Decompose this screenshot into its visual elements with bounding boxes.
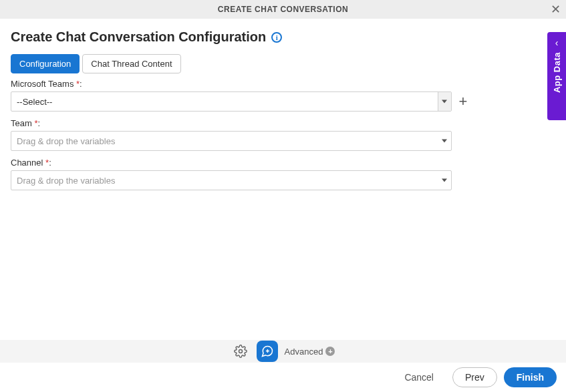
tab-configuration[interactable]: Configuration [11,54,80,73]
microsoft-teams-select[interactable]: --Select-- [11,91,452,112]
label-text: Microsoft Teams [11,79,74,89]
team-select[interactable]: Drag & drop the variables [11,131,452,151]
select-placeholder: Drag & drop the variables [17,136,115,146]
chevron-down-icon [442,100,447,104]
advanced-toggle[interactable]: Advanced + [285,347,335,357]
cancel-button[interactable]: Cancel [392,368,446,387]
button-label: Finish [517,372,544,383]
field-label: Team *: [11,118,555,128]
side-panel-label: App Data [552,52,562,93]
chevron-left-icon: ‹ [555,37,559,48]
required-indicator: * [76,79,80,89]
modal-title: CREATE CHAT CONVERSATION [218,5,348,14]
page-title: Create Chat Conversation Configuration [11,29,266,45]
chevron-down-icon [442,140,447,143]
required-indicator: * [45,158,49,168]
page-title-row: Create Chat Conversation Configuration i [11,29,555,45]
label-text: Team [11,118,32,128]
modal-header: CREATE CHAT CONVERSATION ✕ [0,0,566,19]
bottom-toolbar: Advanced + [0,340,566,363]
label-text: Channel [11,158,43,168]
tab-chat-thread-content[interactable]: Chat Thread Content [82,54,180,73]
channel-select[interactable]: Drag & drop the variables [11,170,452,190]
field-team: Team *: Drag & drop the variables [11,118,555,151]
app-data-panel-toggle[interactable]: ‹ App Data [547,32,566,120]
select-value: --Select-- [17,97,52,107]
plus-circle-icon: + [325,347,335,356]
close-icon[interactable]: ✕ [549,3,562,16]
svg-point-0 [239,350,242,353]
field-label: Microsoft Teams *: [11,79,555,89]
field-label: Channel *: [11,158,555,168]
gear-icon[interactable] [231,342,250,361]
select-placeholder: Drag & drop the variables [17,176,115,186]
field-microsoft-teams: Microsoft Teams *: --Select-- + [11,79,555,112]
tab-label: Chat Thread Content [91,59,172,69]
modal-body: Create Chat Conversation Configuration i… [0,19,566,190]
field-channel: Channel *: Drag & drop the variables [11,158,555,190]
button-label: Cancel [404,372,434,383]
button-label: Prev [465,372,484,383]
advanced-label: Advanced [285,347,323,357]
footer: Cancel Prev Finish [0,363,566,392]
required-indicator: * [34,118,37,128]
tabs: Configuration Chat Thread Content [11,54,555,73]
prev-button[interactable]: Prev [452,367,497,387]
tab-label: Configuration [19,59,71,69]
add-connection-button[interactable]: + [456,94,470,109]
chat-add-icon[interactable] [257,341,278,362]
info-icon[interactable]: i [271,32,282,43]
finish-button[interactable]: Finish [504,367,557,387]
chevron-down-icon [442,179,447,182]
field-row: --Select-- + [11,91,555,112]
